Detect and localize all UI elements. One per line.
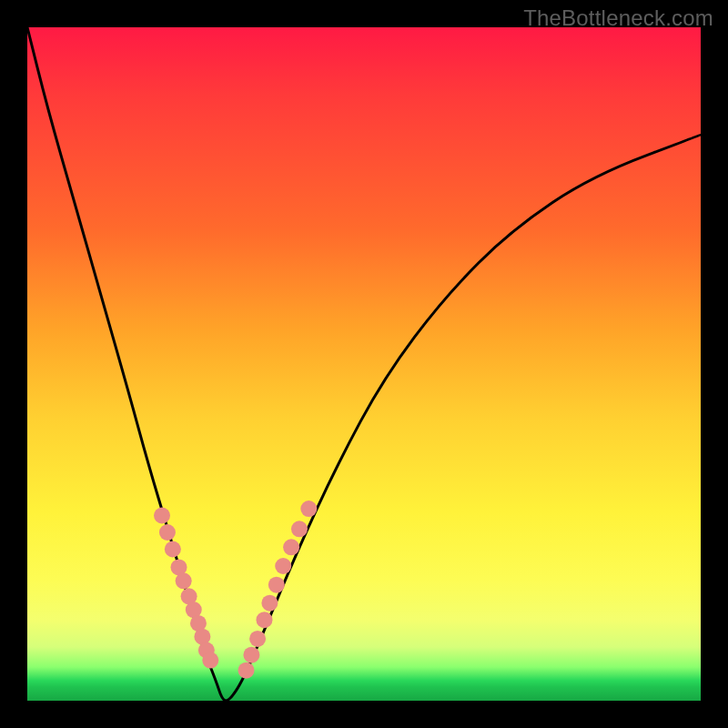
highlight-dot bbox=[154, 508, 170, 524]
highlight-dots-right bbox=[238, 500, 318, 679]
plot-area bbox=[27, 27, 701, 701]
highlight-dot bbox=[256, 612, 272, 628]
highlight-dot bbox=[165, 541, 181, 558]
highlight-dot bbox=[300, 500, 317, 517]
watermark: TheBottleneck.com bbox=[523, 5, 713, 31]
highlight-dot bbox=[283, 539, 299, 555]
highlight-dot bbox=[249, 631, 266, 647]
chart-frame: TheBottleneck.com bbox=[0, 0, 728, 728]
highlight-dot bbox=[202, 652, 218, 669]
highlight-dot bbox=[243, 647, 259, 663]
highlight-dot bbox=[261, 595, 278, 612]
highlight-dot bbox=[238, 662, 255, 679]
highlight-dot bbox=[268, 577, 285, 593]
highlight-dots-left bbox=[154, 508, 218, 669]
highlight-dot bbox=[159, 524, 176, 541]
curve-svg bbox=[27, 27, 701, 701]
bottleneck-curve bbox=[27, 27, 701, 701]
highlight-dot bbox=[275, 558, 291, 574]
highlight-dot bbox=[291, 521, 308, 537]
highlight-dot bbox=[176, 572, 192, 589]
